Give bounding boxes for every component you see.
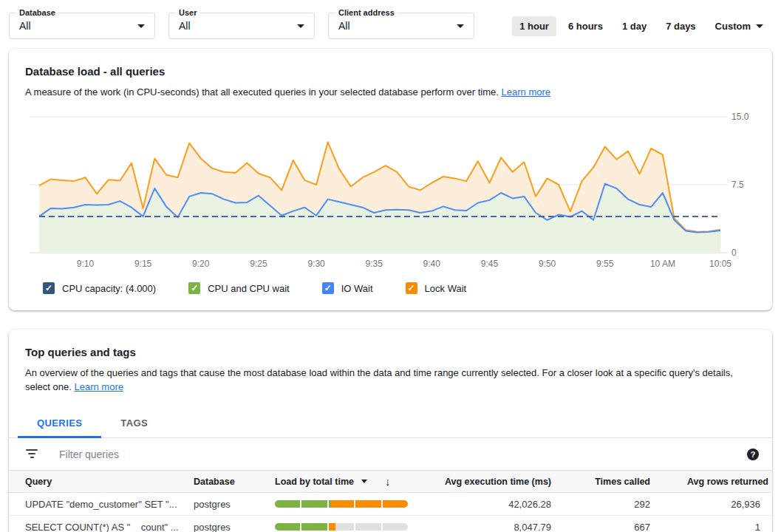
legend-cpu-capacity[interactable]: CPU capacity: (4.000) <box>43 282 156 294</box>
column-header-load-by-total-time[interactable]: Load by total time ↓ <box>275 475 437 488</box>
legend-io-wait[interactable]: IO Wait <box>322 282 373 294</box>
filter-queries-input[interactable] <box>58 448 747 461</box>
column-header-times-called[interactable]: Times called <box>556 477 655 487</box>
database-cell: postgres <box>194 499 275 510</box>
svg-text:9:35: 9:35 <box>366 259 383 269</box>
times-called-cell: 292 <box>556 499 655 510</box>
filter-label: Client address <box>335 8 398 17</box>
table-header-row: Query Database Load by total time ↓ Avg … <box>9 471 772 493</box>
database-cell: postgres <box>194 522 275 532</box>
time-range-custom[interactable]: Custom <box>708 16 771 36</box>
avg-execution-time-cell: 42,026.28 <box>437 499 556 510</box>
learn-more-link[interactable]: Learn more <box>75 381 123 392</box>
svg-text:9:55: 9:55 <box>596 259 614 269</box>
chevron-down-icon <box>457 24 464 28</box>
svg-text:9:25: 9:25 <box>250 259 267 269</box>
time-range-6-hours[interactable]: 6 hours <box>561 16 610 36</box>
card-description: A measure of the work (in CPU-seconds) t… <box>25 85 756 99</box>
checkbox-checked-icon[interactable] <box>188 282 200 294</box>
column-header-database[interactable]: Database <box>194 477 275 487</box>
legend-label: Lock Wait <box>425 283 467 294</box>
table-row[interactable]: UPDATE "demo_customer" SET "... postgres… <box>9 493 772 516</box>
column-header-avg-rows-returned[interactable]: Avg rows returned <box>655 477 772 487</box>
svg-text:15.0: 15.0 <box>731 112 749 122</box>
svg-text:10:05: 10:05 <box>709 259 731 269</box>
chevron-down-icon <box>137 24 145 28</box>
legend-cpu-and-cpu-wait[interactable]: CPU and CPU wait <box>188 282 290 294</box>
legend-label: CPU capacity: (4.000) <box>62 283 156 294</box>
legend-label: CPU and CPU wait <box>208 283 290 294</box>
filter-toolbar: Database All User All Client address All… <box>0 0 781 43</box>
sort-descending-icon[interactable]: ↓ <box>385 475 391 488</box>
filter-value: All <box>338 20 350 32</box>
user-filter-select[interactable]: User All <box>168 13 315 39</box>
table-row[interactable]: SELECT COUNT(*) AS "__count" ... postgre… <box>9 516 772 532</box>
avg-rows-returned-cell: 26,936 <box>655 499 772 510</box>
query-cell[interactable]: UPDATE "demo_customer" SET "... <box>9 499 194 510</box>
column-header-avg-execution-time[interactable]: Avg execution time (ms) <box>437 477 556 487</box>
chevron-down-icon <box>297 24 304 28</box>
filter-value: All <box>179 20 191 32</box>
svg-text:9:45: 9:45 <box>481 259 499 269</box>
filter-row: ? <box>9 438 772 471</box>
database-filter-select[interactable]: Database All <box>9 13 155 39</box>
svg-text:9:50: 9:50 <box>539 259 556 269</box>
time-range-1-hour[interactable]: 1 hour <box>512 16 556 36</box>
card-title: Database load - all queries <box>25 65 756 78</box>
database-load-card: Database load - all queries A measure of… <box>9 49 772 310</box>
svg-text:0: 0 <box>731 248 737 258</box>
load-bar <box>275 523 408 531</box>
svg-text:9:10: 9:10 <box>77 259 95 269</box>
chart-legend: CPU capacity: (4.000) CPU and CPU wait I… <box>25 278 756 310</box>
filter-list-icon <box>25 449 38 460</box>
checkbox-checked-icon[interactable] <box>406 282 417 294</box>
legend-lock-wait[interactable]: Lock Wait <box>406 282 467 294</box>
svg-text:9:30: 9:30 <box>307 259 325 269</box>
times-called-cell: 667 <box>556 522 655 532</box>
chevron-down-icon <box>756 24 763 28</box>
filter-label: User <box>176 8 199 17</box>
client-address-filter-select[interactable]: Client address All <box>328 13 474 39</box>
card-title: Top queries and tags <box>25 346 756 358</box>
svg-text:9:40: 9:40 <box>423 259 441 269</box>
time-range-7-days[interactable]: 7 days <box>658 16 703 36</box>
help-icon[interactable]: ? <box>747 449 759 460</box>
database-load-chart[interactable]: 07.515.09:109:159:209:259:309:359:409:45… <box>30 111 756 272</box>
query-cell[interactable]: SELECT COUNT(*) AS "__count" ... <box>9 522 194 532</box>
time-range-1-day[interactable]: 1 day <box>615 16 654 36</box>
checkbox-checked-icon[interactable] <box>322 282 334 294</box>
column-header-query[interactable]: Query <box>9 477 194 487</box>
svg-text:9:20: 9:20 <box>192 259 210 269</box>
learn-more-link[interactable]: Learn more <box>502 86 550 98</box>
filter-value: All <box>19 20 31 32</box>
avg-rows-returned-cell: 1 <box>655 522 772 532</box>
tab-queries[interactable]: QUERIES <box>18 409 101 438</box>
tab-tags[interactable]: TAGS <box>101 409 167 438</box>
filter-label: Database <box>16 8 58 17</box>
load-bar <box>275 500 408 508</box>
top-queries-card: Top queries and tags An overview of the … <box>9 330 772 532</box>
card-description: An overview of the queries and tags that… <box>25 366 756 394</box>
legend-label: IO Wait <box>341 283 373 294</box>
time-range-selector: 1 hour 6 hours 1 day 7 days Custom <box>508 16 771 36</box>
sort-menu-icon[interactable] <box>361 480 367 483</box>
svg-text:7.5: 7.5 <box>731 180 744 190</box>
checkbox-checked-icon[interactable] <box>43 282 55 294</box>
avg-execution-time-cell: 8,047.79 <box>437 522 556 532</box>
load-chart-svg: 07.515.09:109:159:209:259:309:359:409:45… <box>30 111 757 272</box>
tab-bar: QUERIES TAGS <box>9 409 772 438</box>
svg-text:9:15: 9:15 <box>134 259 152 269</box>
svg-text:10 AM: 10 AM <box>650 259 675 269</box>
